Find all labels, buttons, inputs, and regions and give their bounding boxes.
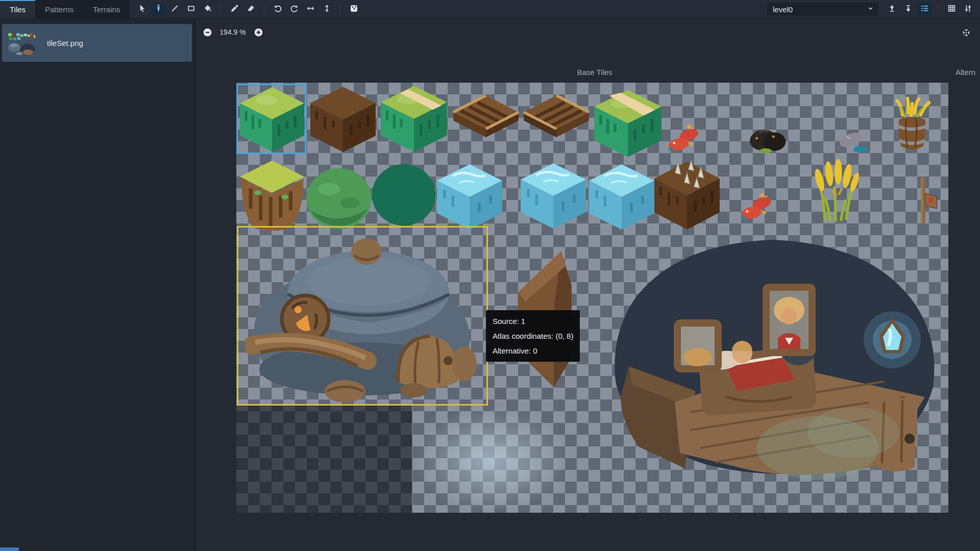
toolbar-right-cluster: level0 xyxy=(767,0,980,18)
dirt-cube-tile[interactable] xyxy=(308,85,378,154)
move-source-up-button[interactable] xyxy=(884,2,899,16)
line-tool[interactable] xyxy=(167,2,182,16)
tooltip-line: Atlas coordinates: (0, 8) xyxy=(493,329,573,343)
tooltip-line: Alternative: 0 xyxy=(493,343,573,358)
zoom-in-button[interactable] xyxy=(253,27,263,37)
toolbar-separator xyxy=(220,4,221,15)
rotate-right-tool[interactable] xyxy=(286,2,302,16)
tooltip-line: Source: 1 xyxy=(493,314,573,329)
flip-horizontal-tool[interactable] xyxy=(303,2,318,16)
down-bar-icon xyxy=(904,4,913,15)
tileset-source-label: tileSet.png xyxy=(47,39,83,47)
tile-sources-panel: tileSet.png xyxy=(0,19,195,551)
chevron-down-icon xyxy=(867,5,874,14)
list-icon xyxy=(920,4,929,15)
tile-atlas[interactable] xyxy=(236,83,948,513)
zoom-level: 194.9 % xyxy=(218,28,247,36)
red-fish-tile[interactable] xyxy=(666,122,703,156)
bucket-fill-tool[interactable] xyxy=(200,2,215,16)
tileset-thumbnail xyxy=(7,30,40,56)
picker-tool[interactable] xyxy=(227,2,242,16)
water-cube-tile-3[interactable] xyxy=(587,162,656,232)
eyedropper-icon xyxy=(230,4,239,15)
bush-tile[interactable] xyxy=(304,161,374,231)
grass-cube-tile[interactable] xyxy=(238,85,306,154)
bucket-icon xyxy=(203,4,212,15)
bottom-panel-accent[interactable] xyxy=(0,547,19,551)
red-fish-tile-2[interactable] xyxy=(739,191,776,224)
eraser-icon xyxy=(247,4,255,15)
cave-interior-tile[interactable] xyxy=(598,229,946,483)
wood-ramp-left-tile[interactable] xyxy=(451,86,521,143)
base-tiles-header: Base Tiles xyxy=(549,68,641,77)
darkened-tile-region xyxy=(236,406,412,513)
rect-tool[interactable] xyxy=(183,2,199,16)
tab-terrains[interactable]: Terrains xyxy=(83,0,130,18)
center-view-icon[interactable] xyxy=(962,28,971,39)
gray-fish-tile[interactable] xyxy=(835,127,874,154)
spiked-dirt-cube-tile[interactable] xyxy=(652,159,722,232)
flip-vertical-tool[interactable] xyxy=(319,2,334,16)
layer-dropdown-value: level0 xyxy=(773,5,867,14)
toolbar-separator xyxy=(340,4,340,15)
mist-tile xyxy=(415,407,568,512)
eraser-tool[interactable] xyxy=(243,2,258,16)
redo-icon xyxy=(290,4,299,15)
up-bar-icon xyxy=(888,4,896,15)
tileset-source-item[interactable]: tileSet.png xyxy=(2,24,192,62)
sand-path-cube-tile[interactable] xyxy=(592,88,664,159)
water-cube-tile-2[interactable] xyxy=(519,161,588,231)
rotate-left-tool[interactable] xyxy=(270,2,285,16)
tab-tiles[interactable]: Tiles xyxy=(0,0,35,18)
tile-tooltip: Source: 1Atlas coordinates: (0, 8)Altern… xyxy=(486,310,580,362)
cliff-root-tile[interactable] xyxy=(236,159,308,236)
selection-tool[interactable] xyxy=(134,2,150,16)
water-cube-tile-1[interactable] xyxy=(435,162,504,232)
grass-sand-cube-tile[interactable] xyxy=(379,84,449,154)
tool-group xyxy=(134,0,362,18)
sliders-icon xyxy=(964,4,972,15)
atlas-canvas[interactable]: 194.9 % Base Tiles Altern xyxy=(197,19,980,551)
tileset-settings-button[interactable] xyxy=(960,2,975,16)
alternative-tiles-header: Altern xyxy=(955,68,975,77)
dice-icon xyxy=(350,4,358,15)
grid-toggle[interactable] xyxy=(944,2,959,16)
teal-dome-tile[interactable] xyxy=(371,162,437,228)
layer-dropdown[interactable]: level0 xyxy=(767,3,878,16)
grid-icon xyxy=(947,4,956,15)
boulder-house-tile[interactable] xyxy=(245,232,479,405)
wood-ramp-right-tile[interactable] xyxy=(522,86,591,143)
tab-strip: TilesPatternsTerrains xyxy=(0,0,130,18)
pencil-icon xyxy=(154,4,163,15)
tab-patterns[interactable]: Patterns xyxy=(35,0,83,18)
flip-v-icon xyxy=(323,4,331,15)
zoom-controls: 194.9 % xyxy=(202,27,263,37)
cursor-icon xyxy=(138,4,146,15)
center-view-glyph xyxy=(962,30,971,39)
random-tile-toggle[interactable] xyxy=(346,2,361,16)
source-tools xyxy=(884,2,976,16)
line-icon xyxy=(170,4,179,15)
sort-sources-toggle[interactable] xyxy=(917,2,932,16)
rect-icon xyxy=(187,4,195,15)
wheat-barrel-tile[interactable] xyxy=(889,97,936,156)
flip-h-icon xyxy=(306,4,315,15)
sign-post-tile[interactable] xyxy=(909,176,939,226)
toolbar-separator xyxy=(264,4,264,15)
undo-icon xyxy=(274,4,282,15)
top-toolbar: TilesPatternsTerrains level0 xyxy=(0,0,980,19)
coal-pile-tile[interactable] xyxy=(746,121,790,155)
wheat-plant-tile[interactable] xyxy=(809,159,862,224)
paint-tool[interactable] xyxy=(151,2,166,16)
zoom-out-button[interactable] xyxy=(202,27,212,37)
toolbar-separator xyxy=(938,4,938,15)
move-source-down-button[interactable] xyxy=(900,2,916,16)
